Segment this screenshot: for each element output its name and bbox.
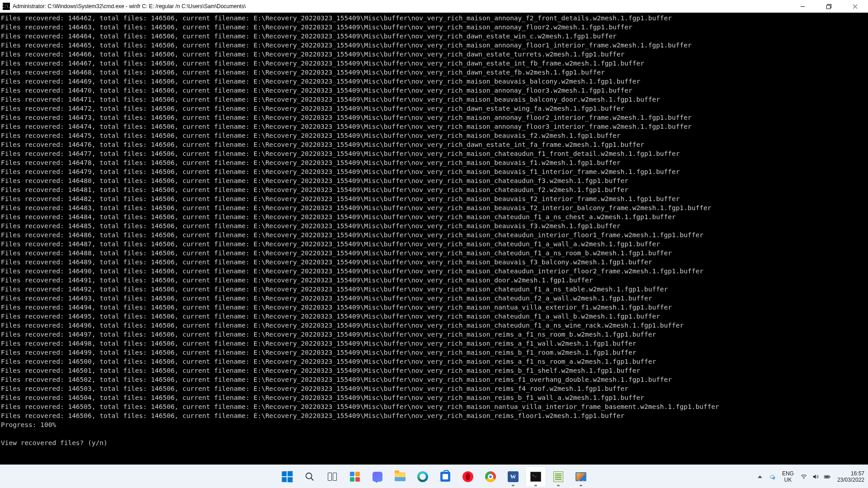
svg-point-8: [803, 478, 804, 479]
snipping-tool-button[interactable]: [571, 467, 591, 487]
chrome-button[interactable]: [481, 467, 500, 487]
cmd-button[interactable]: [526, 467, 546, 487]
maximize-button[interactable]: [816, 0, 842, 13]
notepadpp-button[interactable]: [548, 467, 568, 487]
chat-button[interactable]: [368, 467, 387, 487]
start-button[interactable]: [277, 467, 297, 487]
volume-icon[interactable]: [812, 473, 819, 480]
search-button[interactable]: [300, 467, 320, 487]
cmd-icon: C:\.: [3, 3, 10, 10]
taskbar: W ENG UK 16:57 23/03/2022: [0, 465, 868, 488]
language-indicator[interactable]: ENG UK: [782, 470, 794, 483]
battery-icon[interactable]: [824, 473, 831, 480]
wifi-icon[interactable]: [800, 473, 807, 480]
svg-rect-10: [830, 476, 830, 478]
svg-rect-2: [826, 5, 830, 9]
close-button[interactable]: [842, 0, 868, 13]
onedrive-icon[interactable]: [769, 473, 776, 480]
language-top: ENG: [782, 470, 794, 477]
clock[interactable]: 16:57 23/03/2022: [837, 470, 864, 483]
widgets-button[interactable]: [345, 467, 365, 487]
store-button[interactable]: [435, 467, 455, 487]
file-explorer-button[interactable]: [390, 467, 410, 487]
opera-button[interactable]: [458, 467, 478, 487]
clock-time: 16:57: [837, 470, 864, 477]
svg-point-7: [773, 477, 775, 479]
word-button[interactable]: W: [503, 467, 523, 487]
cmd-window: C:\. Administrator: C:\Windows\System32\…: [0, 0, 868, 465]
clock-date: 23/03/2022: [837, 477, 864, 483]
task-view-button[interactable]: [322, 467, 342, 487]
language-bottom: UK: [782, 477, 794, 483]
svg-line-6: [311, 478, 314, 480]
titlebar[interactable]: C:\. Administrator: C:\Windows\System32\…: [0, 0, 868, 13]
tray-overflow-button[interactable]: [758, 475, 762, 478]
svg-rect-11: [825, 476, 829, 477]
console-output[interactable]: Files recovered: 146462, total files: 14…: [0, 13, 868, 465]
edge-button[interactable]: [413, 467, 433, 487]
minimize-button[interactable]: [789, 0, 816, 13]
svg-point-5: [306, 473, 312, 479]
window-title: Administrator: C:\Windows\System32\cmd.e…: [13, 3, 789, 9]
